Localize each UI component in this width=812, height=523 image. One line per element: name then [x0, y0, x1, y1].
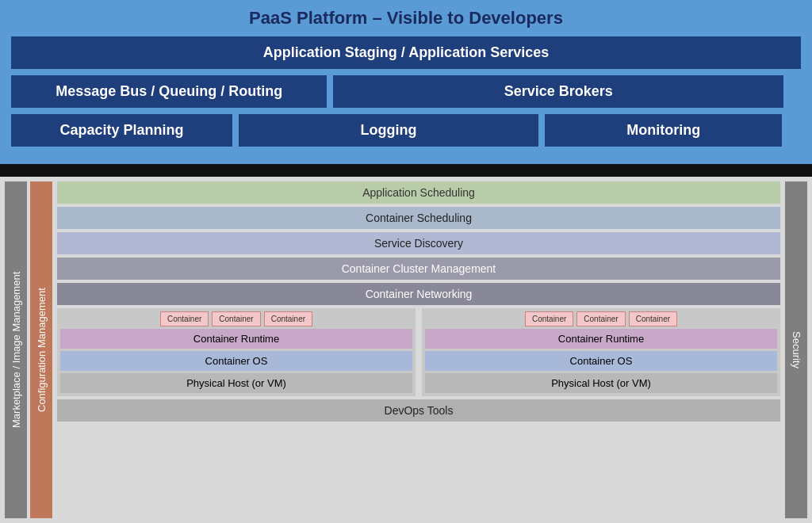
black-divider	[0, 164, 812, 177]
container-pill-1b: Container	[212, 311, 260, 326]
container-row-1: Container Container Container	[60, 311, 412, 326]
container-pill-2a: Container	[525, 311, 573, 326]
capacity-planning-block: Capacity Planning	[11, 114, 232, 147]
message-bus-block: Message Bus / Queuing / Routing	[11, 75, 327, 108]
paas-row-2: Message Bus / Queuing / Routing Service …	[11, 75, 801, 108]
container-pill-1c: Container	[264, 311, 312, 326]
paas-row-3: Capacity Planning Logging Monitoring	[11, 114, 801, 147]
logging-block: Logging	[239, 114, 538, 147]
container-pill-1a: Container	[160, 311, 209, 326]
container-row-2: Container Container Container	[425, 311, 777, 326]
marketplace-label: Marketplace / Image Management	[5, 181, 27, 518]
config-mgmt-label: Configuration Management	[30, 181, 52, 518]
app-staging-block: Application Staging / Application Servic…	[11, 36, 801, 69]
physical-host-2: Physical Host (or VM)	[425, 373, 777, 393]
vm-col-1: Container Container Container Container …	[57, 308, 416, 396]
vm-columns: Container Container Container Container …	[57, 308, 780, 396]
container-scheduling-block: Container Scheduling	[57, 207, 780, 229]
container-pill-2c: Container	[629, 311, 677, 326]
monitoring-block: Monitoring	[545, 114, 782, 147]
infra-section: Marketplace / Image Management Configura…	[0, 177, 812, 523]
main-wrapper: PaaS Platform – Visible to Developers Ap…	[0, 0, 812, 523]
security-label: Security	[785, 181, 807, 518]
container-networking-block: Container Networking	[57, 283, 780, 305]
infra-center: Application Scheduling Container Schedul…	[57, 181, 780, 518]
service-brokers-block: Service Brokers	[333, 75, 783, 108]
physical-host-1: Physical Host (or VM)	[60, 373, 412, 393]
app-scheduling-block: Application Scheduling	[57, 181, 780, 204]
devops-block: DevOps Tools	[57, 399, 780, 422]
paas-title: PaaS Platform – Visible to Developers	[11, 8, 801, 29]
container-pill-2b: Container	[576, 311, 625, 326]
container-os-2: Container OS	[425, 351, 777, 371]
paas-section: PaaS Platform – Visible to Developers Ap…	[0, 0, 812, 164]
container-os-1: Container OS	[60, 351, 412, 371]
service-discovery-block: Service Discovery	[57, 232, 780, 254]
container-runtime-1: Container Runtime	[60, 329, 412, 349]
container-runtime-2: Container Runtime	[425, 329, 777, 349]
vm-col-2: Container Container Container Container …	[422, 308, 780, 396]
cluster-mgmt-block: Container Cluster Management	[57, 258, 780, 280]
left-labels: Marketplace / Image Management Configura…	[5, 181, 52, 518]
paas-row-1: Application Staging / Application Servic…	[11, 36, 801, 69]
